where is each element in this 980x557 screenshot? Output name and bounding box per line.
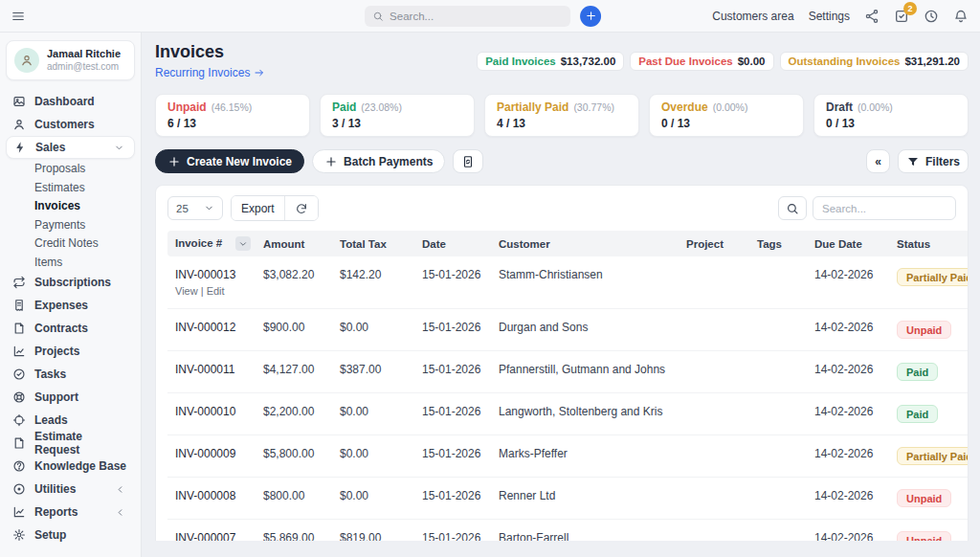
refresh-icon	[295, 202, 308, 215]
sidebar-item-tasks[interactable]: Tasks	[6, 363, 135, 386]
create-new-invoice-button[interactable]: Create New Invoice	[155, 149, 304, 173]
customer-cell[interactable]: Langworth, Stoltenberg and Kris	[491, 393, 679, 435]
column-header-date[interactable]: Date	[414, 231, 491, 256]
sidebar-item-estimates[interactable]: Estimates	[6, 178, 135, 197]
customer-cell[interactable]: Pfannerstill, Gutmann and Johns	[491, 351, 679, 393]
sidebar-item-label: Credit Notes	[34, 236, 99, 250]
table-search-input[interactable]	[813, 196, 956, 220]
sidebar-item-contracts[interactable]: Contracts	[6, 317, 135, 340]
timesheet-icon[interactable]	[924, 9, 939, 24]
batch-payments-button[interactable]: Batch Payments	[312, 149, 445, 173]
arrow-right-icon	[254, 67, 265, 78]
table-search-button[interactable]	[778, 196, 807, 220]
invoice-number-link[interactable]: INV-000007	[175, 531, 248, 541]
sidebar-item-sales[interactable]: Sales	[6, 136, 135, 159]
notifications-icon[interactable]	[953, 9, 969, 24]
invoice-number-link[interactable]: INV-000008	[175, 489, 248, 502]
avatar	[14, 48, 39, 73]
knowledge-base-icon	[12, 459, 26, 473]
user-profile-card[interactable]: Jamaal Ritchie admin@test.com	[6, 40, 135, 80]
project-cell	[679, 520, 749, 542]
sidebar-item-estimate-request[interactable]: Estimate Request	[6, 432, 135, 455]
invoice-number-link[interactable]: INV-000010	[175, 405, 248, 418]
stat-card-draft[interactable]: Draft(0.00%)0 / 13	[813, 94, 969, 137]
reload-button[interactable]	[284, 196, 318, 220]
share-icon[interactable]	[864, 9, 880, 24]
sidebar-item-expenses[interactable]: Expenses	[6, 294, 135, 317]
sidebar-item-support[interactable]: Support	[6, 386, 135, 409]
due-date-cell: 14-02-2026	[807, 309, 889, 351]
customers-area-link[interactable]: Customers area	[712, 10, 793, 23]
sidebar-item-customers[interactable]: Customers	[6, 113, 135, 136]
sidebar-item-utilities[interactable]: Utilities	[6, 478, 135, 501]
sidebar-item-invoices[interactable]: Invoices	[6, 196, 135, 215]
sidebar-item-payments[interactable]: Payments	[6, 215, 135, 234]
customer-cell[interactable]: Barton-Farrell	[491, 520, 679, 542]
sidebar-item-label: Sales	[35, 141, 65, 154]
sidebar-item-dashboard[interactable]: Dashboard	[6, 90, 135, 113]
column-header-total-tax[interactable]: Total Tax	[332, 231, 414, 256]
recurring-invoices-button[interactable]	[453, 149, 483, 173]
customer-cell[interactable]: Marks-Pfeffer	[491, 435, 679, 478]
edit-link[interactable]: Edit	[207, 285, 225, 297]
summary-label: Outstanding Invoices	[789, 56, 901, 67]
column-header-customer[interactable]: Customer	[491, 231, 679, 256]
sort-dropdown-button[interactable]	[235, 236, 251, 251]
menu-icon[interactable]	[11, 10, 25, 23]
summary-pill-past-due-invoices: Past Due Invoices$0.00	[630, 52, 773, 71]
sidebar-item-setup[interactable]: Setup	[6, 524, 135, 546]
stat-card-partially-paid[interactable]: Partially Paid(30.77%)4 / 13	[484, 94, 639, 137]
global-search-input[interactable]	[390, 11, 563, 22]
invoice-number-link[interactable]: INV-000013	[175, 268, 248, 281]
project-cell	[679, 309, 749, 351]
column-header-status[interactable]: Status	[889, 231, 969, 256]
sidebar-item-subscriptions[interactable]: Subscriptions	[6, 271, 135, 294]
sidebar-item-items[interactable]: Items	[6, 253, 135, 272]
column-header-project[interactable]: Project	[679, 231, 749, 256]
column-header-invoice-[interactable]: Invoice #	[167, 231, 256, 256]
invoice-number-link[interactable]: INV-000012	[175, 321, 248, 334]
column-header-due-date[interactable]: Due Date	[807, 231, 889, 256]
customer-cell[interactable]: Stamm-Christiansen	[491, 256, 679, 309]
settings-link[interactable]: Settings	[809, 10, 850, 23]
stat-card-paid[interactable]: Paid(23.08%)3 / 13	[320, 94, 475, 137]
sidebar-item-credit-notes[interactable]: Credit Notes	[6, 234, 135, 253]
stat-percent: (0.00%)	[713, 101, 748, 113]
expenses-icon	[12, 299, 26, 312]
recurring-invoices-link[interactable]: Recurring Invoices	[155, 66, 265, 79]
page-size-select[interactable]: 25	[167, 196, 223, 220]
sidebar-item-label: Estimate Request	[34, 430, 128, 457]
due-date-cell: 14-02-2026	[807, 393, 889, 435]
sidebar-item-proposals[interactable]: Proposals	[6, 159, 135, 178]
sidebar-item-reports[interactable]: Reports	[6, 501, 135, 524]
quick-add-button[interactable]	[580, 6, 601, 27]
due-date-cell: 14-02-2026	[807, 435, 889, 478]
customer-cell[interactable]: Renner Ltd	[491, 478, 679, 520]
customer-cell[interactable]: Durgan and Sons	[491, 309, 679, 351]
stat-card-overdue[interactable]: Overdue(0.00%)0 / 13	[649, 94, 804, 137]
sidebar-item-label: Knowledge Base	[34, 459, 126, 473]
contracts-icon	[12, 322, 26, 335]
stat-count: 0 / 13	[661, 117, 791, 130]
view-link[interactable]: View	[175, 285, 198, 297]
summary-label: Past Due Invoices	[638, 56, 732, 67]
subscriptions-icon	[12, 276, 26, 289]
todo-items[interactable]: 2	[894, 9, 909, 24]
collapse-button[interactable]: «	[866, 149, 890, 173]
global-search[interactable]	[365, 6, 570, 27]
invoice-number-link[interactable]: INV-000011	[175, 363, 248, 376]
column-header-amount[interactable]: Amount	[256, 231, 332, 256]
status-badge: Partially Paid	[897, 268, 969, 286]
sidebar-item-leads[interactable]: Leads	[6, 409, 135, 432]
column-header-tags[interactable]: Tags	[749, 231, 807, 256]
summary-label: Paid Invoices	[485, 56, 556, 67]
sidebar-item-projects[interactable]: Projects	[6, 340, 135, 363]
stat-card-unpaid[interactable]: Unpaid(46.15%)6 / 13	[155, 94, 310, 137]
invoice-number-link[interactable]: INV-000009	[175, 447, 248, 460]
filters-button[interactable]: Filters	[898, 149, 969, 173]
sidebar-item-label: Customers	[34, 118, 95, 131]
sidebar-item-knowledge-base[interactable]: Knowledge Base	[6, 455, 135, 478]
due-date-cell: 14-02-2026	[807, 520, 889, 542]
export-button[interactable]: Export	[232, 196, 284, 220]
total-tax-cell: $0.00	[332, 309, 414, 351]
